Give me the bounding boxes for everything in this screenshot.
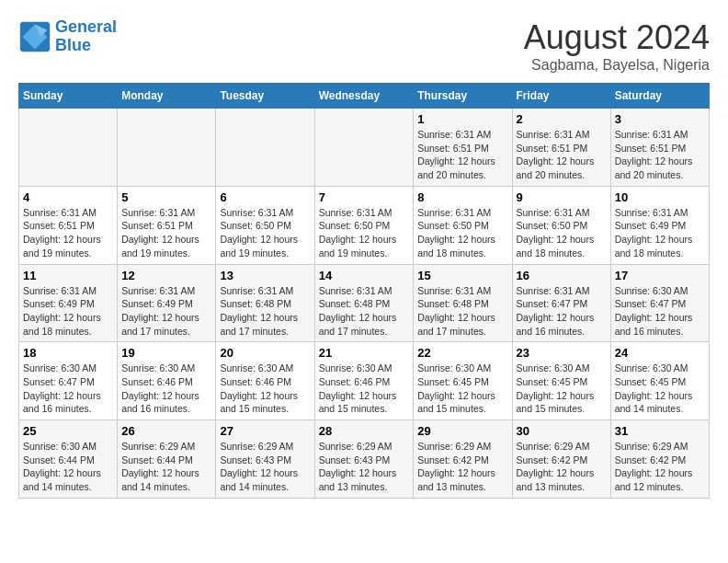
- day-number: 8: [417, 190, 507, 204]
- calendar-cell: 26Sunrise: 6:29 AM Sunset: 6:44 PM Dayli…: [118, 420, 216, 499]
- day-info: Sunrise: 6:31 AM Sunset: 6:50 PM Dayligh…: [319, 206, 410, 260]
- calendar-cell: 4Sunrise: 6:31 AM Sunset: 6:51 PM Daylig…: [19, 186, 118, 264]
- day-info: Sunrise: 6:31 AM Sunset: 6:48 PM Dayligh…: [319, 284, 410, 339]
- logo-line1: General: [55, 17, 117, 36]
- day-info: Sunrise: 6:29 AM Sunset: 6:42 PM Dayligh…: [417, 440, 507, 494]
- calendar-cell: 14Sunrise: 6:31 AM Sunset: 6:48 PM Dayli…: [314, 264, 414, 342]
- day-number: 20: [220, 346, 310, 360]
- logo-line2: Blue: [55, 36, 91, 54]
- calendar-cell: 10Sunrise: 6:31 AM Sunset: 6:49 PM Dayli…: [610, 186, 709, 264]
- day-info: Sunrise: 6:29 AM Sunset: 6:43 PM Dayligh…: [220, 440, 310, 494]
- day-number: 2: [517, 112, 607, 126]
- calendar-week-3: 11Sunrise: 6:31 AM Sunset: 6:49 PM Dayli…: [19, 264, 710, 342]
- day-number: 1: [417, 112, 507, 126]
- day-number: 27: [220, 424, 310, 438]
- day-number: 18: [23, 346, 113, 360]
- day-info: Sunrise: 6:31 AM Sunset: 6:50 PM Dayligh…: [417, 206, 507, 260]
- calendar-cell: 11Sunrise: 6:31 AM Sunset: 6:49 PM Dayli…: [19, 264, 118, 342]
- calendar-cell: 30Sunrise: 6:29 AM Sunset: 6:42 PM Dayli…: [512, 420, 610, 499]
- calendar-cell: 24Sunrise: 6:30 AM Sunset: 6:45 PM Dayli…: [610, 342, 709, 420]
- day-info: Sunrise: 6:31 AM Sunset: 6:49 PM Dayligh…: [615, 206, 705, 260]
- calendar-cell: 7Sunrise: 6:31 AM Sunset: 6:50 PM Daylig…: [314, 186, 414, 264]
- header-tuesday: Tuesday: [216, 84, 314, 109]
- calendar-cell: 8Sunrise: 6:31 AM Sunset: 6:50 PM Daylig…: [414, 186, 512, 264]
- calendar-cell: 21Sunrise: 6:30 AM Sunset: 6:46 PM Dayli…: [314, 342, 414, 420]
- day-info: Sunrise: 6:31 AM Sunset: 6:51 PM Dayligh…: [417, 128, 507, 182]
- day-number: 17: [615, 269, 705, 282]
- day-info: Sunrise: 6:31 AM Sunset: 6:49 PM Dayligh…: [121, 284, 211, 339]
- calendar-cell: [19, 109, 118, 187]
- calendar-cell: 1Sunrise: 6:31 AM Sunset: 6:51 PM Daylig…: [414, 109, 512, 187]
- day-number: 28: [319, 424, 410, 438]
- calendar-cell: [216, 109, 314, 187]
- day-number: 30: [517, 424, 607, 438]
- day-info: Sunrise: 6:29 AM Sunset: 6:44 PM Dayligh…: [121, 440, 211, 494]
- calendar-cell: 19Sunrise: 6:30 AM Sunset: 6:46 PM Dayli…: [118, 342, 216, 420]
- calendar-cell: 25Sunrise: 6:30 AM Sunset: 6:44 PM Dayli…: [19, 420, 118, 499]
- day-number: 15: [417, 269, 507, 282]
- day-info: Sunrise: 6:31 AM Sunset: 6:51 PM Dayligh…: [615, 128, 705, 182]
- day-number: 16: [517, 269, 607, 282]
- calendar-cell: 17Sunrise: 6:30 AM Sunset: 6:47 PM Dayli…: [610, 264, 709, 342]
- day-number: 5: [121, 190, 211, 204]
- calendar-cell: 29Sunrise: 6:29 AM Sunset: 6:42 PM Dayli…: [414, 420, 512, 499]
- logo: General Blue: [18, 18, 117, 55]
- calendar-cell: 9Sunrise: 6:31 AM Sunset: 6:50 PM Daylig…: [512, 186, 610, 264]
- logo-text: General Blue: [55, 18, 117, 55]
- calendar-cell: 28Sunrise: 6:29 AM Sunset: 6:43 PM Dayli…: [314, 420, 414, 499]
- day-info: Sunrise: 6:29 AM Sunset: 6:42 PM Dayligh…: [517, 440, 607, 494]
- day-info: Sunrise: 6:30 AM Sunset: 6:46 PM Dayligh…: [319, 362, 410, 416]
- calendar-cell: 6Sunrise: 6:31 AM Sunset: 6:50 PM Daylig…: [216, 186, 314, 264]
- day-number: 7: [319, 190, 410, 204]
- day-number: 23: [517, 346, 607, 360]
- day-number: 29: [417, 424, 507, 438]
- logo-icon: [18, 20, 51, 53]
- day-info: Sunrise: 6:30 AM Sunset: 6:46 PM Dayligh…: [121, 362, 211, 416]
- day-info: Sunrise: 6:31 AM Sunset: 6:49 PM Dayligh…: [23, 284, 113, 339]
- calendar-week-4: 18Sunrise: 6:30 AM Sunset: 6:47 PM Dayli…: [19, 342, 710, 420]
- calendar-cell: 16Sunrise: 6:31 AM Sunset: 6:47 PM Dayli…: [512, 264, 610, 342]
- calendar-cell: 27Sunrise: 6:29 AM Sunset: 6:43 PM Dayli…: [216, 420, 314, 499]
- day-number: 22: [417, 346, 507, 360]
- header-thursday: Thursday: [414, 84, 512, 109]
- day-info: Sunrise: 6:29 AM Sunset: 6:42 PM Dayligh…: [615, 440, 705, 494]
- calendar-cell: 12Sunrise: 6:31 AM Sunset: 6:49 PM Dayli…: [118, 264, 216, 342]
- day-number: 6: [220, 190, 310, 204]
- day-info: Sunrise: 6:31 AM Sunset: 6:51 PM Dayligh…: [23, 206, 113, 260]
- page-title: August 2024: [524, 18, 710, 57]
- day-info: Sunrise: 6:31 AM Sunset: 6:50 PM Dayligh…: [517, 206, 607, 260]
- calendar-cell: 13Sunrise: 6:31 AM Sunset: 6:48 PM Dayli…: [216, 264, 314, 342]
- calendar-week-1: 1Sunrise: 6:31 AM Sunset: 6:51 PM Daylig…: [19, 109, 710, 187]
- day-number: 10: [615, 190, 705, 204]
- day-info: Sunrise: 6:31 AM Sunset: 6:50 PM Dayligh…: [220, 206, 310, 260]
- day-number: 4: [23, 190, 113, 204]
- calendar-cell: 3Sunrise: 6:31 AM Sunset: 6:51 PM Daylig…: [610, 109, 709, 187]
- title-block: August 2024 Sagbama, Bayelsa, Nigeria: [524, 18, 710, 74]
- day-number: 24: [615, 346, 705, 360]
- header-saturday: Saturday: [610, 84, 709, 109]
- day-info: Sunrise: 6:31 AM Sunset: 6:47 PM Dayligh…: [517, 284, 607, 339]
- day-info: Sunrise: 6:30 AM Sunset: 6:45 PM Dayligh…: [417, 362, 507, 416]
- day-number: 9: [517, 190, 607, 204]
- day-number: 12: [121, 269, 211, 282]
- day-info: Sunrise: 6:30 AM Sunset: 6:46 PM Dayligh…: [220, 362, 310, 416]
- calendar-cell: 15Sunrise: 6:31 AM Sunset: 6:48 PM Dayli…: [414, 264, 512, 342]
- calendar-cell: 23Sunrise: 6:30 AM Sunset: 6:45 PM Dayli…: [512, 342, 610, 420]
- day-info: Sunrise: 6:30 AM Sunset: 6:47 PM Dayligh…: [615, 284, 705, 339]
- day-number: 13: [220, 269, 310, 282]
- calendar-cell: 2Sunrise: 6:31 AM Sunset: 6:51 PM Daylig…: [512, 109, 610, 187]
- calendar-week-2: 4Sunrise: 6:31 AM Sunset: 6:51 PM Daylig…: [19, 186, 710, 264]
- day-info: Sunrise: 6:29 AM Sunset: 6:43 PM Dayligh…: [319, 440, 410, 494]
- day-number: 19: [121, 346, 211, 360]
- calendar-cell: 20Sunrise: 6:30 AM Sunset: 6:46 PM Dayli…: [216, 342, 314, 420]
- header-wednesday: Wednesday: [314, 84, 414, 109]
- header-monday: Monday: [118, 84, 216, 109]
- day-info: Sunrise: 6:30 AM Sunset: 6:44 PM Dayligh…: [23, 440, 113, 494]
- calendar-cell: 18Sunrise: 6:30 AM Sunset: 6:47 PM Dayli…: [19, 342, 118, 420]
- day-info: Sunrise: 6:30 AM Sunset: 6:45 PM Dayligh…: [517, 362, 607, 416]
- day-info: Sunrise: 6:31 AM Sunset: 6:51 PM Dayligh…: [517, 128, 607, 182]
- calendar-cell: 22Sunrise: 6:30 AM Sunset: 6:45 PM Dayli…: [414, 342, 512, 420]
- header-friday: Friday: [512, 84, 610, 109]
- day-number: 26: [121, 424, 211, 438]
- day-info: Sunrise: 6:31 AM Sunset: 6:48 PM Dayligh…: [417, 284, 507, 339]
